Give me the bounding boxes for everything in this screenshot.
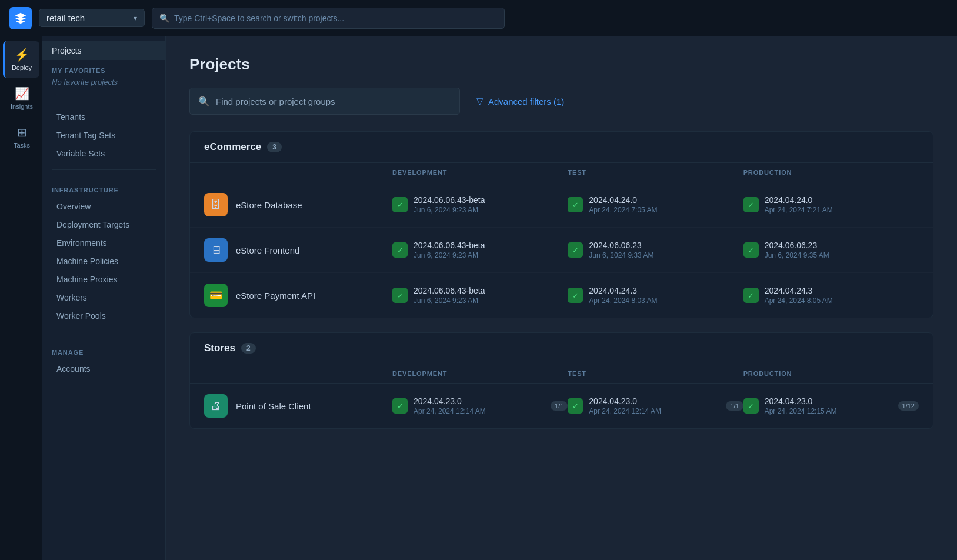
project-info-point-of-sale-client: 🖨 Point of Sale Client	[204, 394, 392, 418]
deploy-cell-dev-estore-payment-api: ✓ 2024.06.06.43-beta Jun 6, 2024 9:23 AM	[392, 286, 568, 305]
org-name: retail tech	[46, 13, 85, 23]
nav-item-tasks[interactable]: ⊞ Tasks	[3, 119, 39, 155]
sidebar-item-workers[interactable]: Workers	[47, 289, 161, 306]
project-info-estore-database: 🗄 eStore Database	[204, 193, 392, 216]
th-dev-stores: DEVELOPMENT	[392, 370, 568, 377]
deploy-version-test-estore-frontend: 2024.06.06.23	[589, 241, 653, 250]
th-prod-ecommerce: PRODUCTION	[743, 169, 919, 176]
sidebar-item-machine-proxies[interactable]: Machine Proxies	[47, 271, 161, 288]
deploy-version-test-estore-payment-api: 2024.04.24.3	[589, 286, 657, 295]
project-search-input[interactable]	[216, 96, 451, 106]
deploy-date-dev-estore-payment-api: Jun 6, 2024 9:23 AM	[414, 296, 485, 305]
org-selector[interactable]: retail tech ▾	[39, 9, 145, 27]
deploy-info-dev-point-of-sale-client: 2024.04.23.0 Apr 24, 2024 12:14 AM	[414, 396, 486, 415]
project-icon-point-of-sale-client: 🖨	[204, 394, 228, 418]
project-search-icon: 🔍	[198, 96, 210, 107]
nav-label-tasks: Tasks	[14, 142, 30, 149]
logo-button[interactable]	[9, 7, 32, 29]
sidebar-item-variable-sets[interactable]: Variable Sets	[47, 145, 161, 162]
project-group-ecommerce: eCommerce 3 DEVELOPMENT TEST PRODUCTION …	[189, 131, 933, 318]
deploy-info-prod-estore-database: 2024.04.24.0 Apr 24, 2024 7:21 AM	[765, 195, 833, 214]
projects-table-stores: DEVELOPMENT TEST PRODUCTION 🖨 Point of S…	[190, 364, 933, 428]
filter-icon: ▽	[476, 96, 483, 106]
th-dev-ecommerce: DEVELOPMENT	[392, 169, 568, 176]
nav-label-insights: Insights	[11, 103, 33, 110]
deploy-cell-prod-estore-payment-api: ✓ 2024.04.24.3 Apr 24, 2024 8:05 AM	[743, 286, 919, 305]
insights-icon: 📈	[15, 86, 29, 101]
sidebar-item-tenants[interactable]: Tenants	[47, 108, 161, 126]
deploy-info-test-estore-payment-api: 2024.04.24.3 Apr 24, 2024 8:03 AM	[589, 286, 657, 305]
project-row-estore-frontend[interactable]: 🖥 eStore Frontend ✓ 2024.06.06.43-beta J…	[190, 228, 933, 273]
nav-label-deploy: Deploy	[12, 64, 32, 71]
deploy-version-prod-estore-frontend: 2024.06.06.23	[765, 241, 829, 250]
nav-item-deploy[interactable]: ⚡ Deploy	[3, 41, 39, 78]
sidebar-item-overview[interactable]: Overview	[47, 198, 161, 215]
deploy-cell-test-estore-payment-api: ✓ 2024.04.24.3 Apr 24, 2024 8:03 AM	[568, 286, 743, 305]
project-info-estore-payment-api: 💳 eStore Payment API	[204, 284, 392, 307]
th-project-ecommerce	[204, 169, 392, 176]
deploy-cell-dev-point-of-sale-client: ✓ 2024.04.23.0 Apr 24, 2024 12:14 AM 1/1	[392, 396, 568, 415]
sidebar: Projects MY FAVORITES No favorite projec…	[42, 36, 166, 560]
th-project-stores	[204, 370, 392, 377]
check-badge-prod-estore-database: ✓	[743, 197, 759, 212]
deploy-cell-test-estore-frontend: ✓ 2024.06.06.23 Jun 6, 2024 9:33 AM	[568, 241, 743, 259]
deploy-info-dev-estore-payment-api: 2024.06.06.43-beta Jun 6, 2024 9:23 AM	[414, 286, 485, 305]
project-search-box[interactable]: 🔍	[189, 88, 460, 115]
project-icon-estore-database: 🗄	[204, 193, 228, 216]
filter-bar: 🔍 ▽ Advanced filters (1)	[189, 88, 933, 115]
deploy-date-prod-point-of-sale-client: Apr 24, 2024 12:15 AM	[765, 407, 837, 415]
sidebar-item-machine-policies[interactable]: Machine Policies	[47, 252, 161, 270]
project-name-estore-database: eStore Database	[236, 200, 302, 210]
th-test-ecommerce: TEST	[568, 169, 743, 176]
deploy-version-dev-estore-database: 2024.06.06.43-beta	[414, 195, 485, 205]
deploy-badge-test-point-of-sale-client: 1/1	[726, 401, 743, 411]
tasks-icon: ⊞	[17, 125, 27, 139]
project-row-point-of-sale-client[interactable]: 🖨 Point of Sale Client ✓ 2024.04.23.0 Ap…	[190, 384, 933, 428]
deploy-version-test-point-of-sale-client: 2024.04.23.0	[589, 396, 661, 406]
groups-container: eCommerce 3 DEVELOPMENT TEST PRODUCTION …	[189, 131, 933, 429]
sidebar-divider-1	[52, 101, 156, 101]
sidebar-item-worker-pools[interactable]: Worker Pools	[47, 307, 161, 325]
deploy-cell-prod-estore-frontend: ✓ 2024.06.06.23 Jun 6, 2024 9:35 AM	[743, 241, 919, 259]
check-badge-prod-point-of-sale-client: ✓	[743, 398, 759, 414]
sidebar-projects-header[interactable]: Projects	[42, 41, 165, 60]
sidebar-item-tenant-tag-sets[interactable]: Tenant Tag Sets	[47, 126, 161, 144]
project-row-estore-database[interactable]: 🗄 eStore Database ✓ 2024.06.06.43-beta J…	[190, 182, 933, 228]
deploy-version-dev-estore-payment-api: 2024.06.06.43-beta	[414, 286, 485, 295]
deploy-date-prod-estore-database: Apr 24, 2024 7:21 AM	[765, 206, 833, 214]
deploy-info-test-point-of-sale-client: 2024.04.23.0 Apr 24, 2024 12:14 AM	[589, 396, 661, 415]
global-search-input[interactable]	[174, 14, 497, 23]
check-badge-dev-estore-database: ✓	[392, 197, 408, 212]
deploy-info-prod-estore-payment-api: 2024.04.24.3 Apr 24, 2024 8:05 AM	[765, 286, 833, 305]
check-badge-test-estore-payment-api: ✓	[568, 288, 583, 303]
project-icon-estore-frontend: 🖥	[204, 238, 228, 262]
deploy-info-dev-estore-frontend: 2024.06.06.43-beta Jun 6, 2024 9:23 AM	[414, 241, 485, 259]
group-header-stores: Stores 2	[190, 333, 933, 364]
nav-item-insights[interactable]: 📈 Insights	[3, 80, 39, 116]
advanced-filters-button[interactable]: ▽ Advanced filters (1)	[469, 91, 571, 111]
deploy-date-test-estore-frontend: Jun 6, 2024 9:33 AM	[589, 251, 653, 259]
sidebar-item-deployment-targets[interactable]: Deployment Targets	[47, 216, 161, 234]
group-count-stores: 2	[241, 343, 256, 354]
project-name-estore-frontend: eStore Frontend	[236, 245, 299, 255]
sidebar-item-environments[interactable]: Environments	[47, 234, 161, 252]
project-group-stores: Stores 2 DEVELOPMENT TEST PRODUCTION 🖨 P…	[189, 332, 933, 429]
deploy-date-test-point-of-sale-client: Apr 24, 2024 12:14 AM	[589, 407, 661, 415]
check-badge-test-estore-database: ✓	[568, 197, 583, 212]
deploy-version-dev-point-of-sale-client: 2024.04.23.0	[414, 396, 486, 406]
project-row-estore-payment-api[interactable]: 💳 eStore Payment API ✓ 2024.06.06.43-bet…	[190, 273, 933, 318]
deploy-cell-dev-estore-database: ✓ 2024.06.06.43-beta Jun 6, 2024 9:23 AM	[392, 195, 568, 214]
check-badge-test-point-of-sale-client: ✓	[568, 398, 583, 414]
deploy-cell-prod-point-of-sale-client: ✓ 2024.04.23.0 Apr 24, 2024 12:15 AM 1/1…	[743, 396, 919, 415]
page-title: Projects	[189, 55, 933, 74]
global-search[interactable]: 🔍	[152, 8, 505, 29]
main-layout: ⚡ Deploy 📈 Insights ⊞ Tasks Projects MY …	[0, 36, 957, 560]
projects-table-ecommerce: DEVELOPMENT TEST PRODUCTION 🗄 eStore Dat…	[190, 163, 933, 318]
th-test-stores: TEST	[568, 370, 743, 377]
deploy-date-dev-point-of-sale-client: Apr 24, 2024 12:14 AM	[414, 407, 486, 415]
deploy-icon: ⚡	[15, 48, 29, 62]
deploy-info-test-estore-database: 2024.04.24.0 Apr 24, 2024 7:05 AM	[589, 195, 657, 214]
deploy-badge-prod-point-of-sale-client: 1/12	[898, 401, 919, 411]
sidebar-item-accounts[interactable]: Accounts	[47, 360, 161, 378]
deploy-cell-test-estore-database: ✓ 2024.04.24.0 Apr 24, 2024 7:05 AM	[568, 195, 743, 214]
